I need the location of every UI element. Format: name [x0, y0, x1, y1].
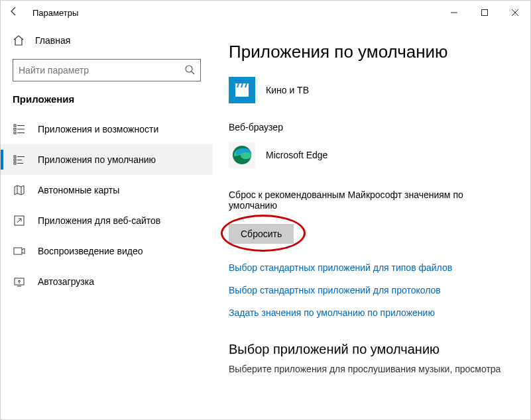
reset-heading: Сброс к рекомендованным Майкрософт значе…: [229, 189, 507, 211]
video-icon: [13, 245, 26, 257]
app-name: Кино и ТВ: [266, 85, 309, 95]
defaults-icon: [13, 154, 26, 166]
search-icon: [184, 64, 195, 77]
maximize-button[interactable]: [469, 1, 500, 25]
default-video-app[interactable]: Кино и ТВ: [229, 77, 514, 103]
sidebar-item-label: Приложения для веб-сайтов: [38, 215, 160, 226]
svg-rect-10: [14, 132, 16, 134]
home-nav[interactable]: Главная: [1, 28, 213, 52]
sidebar-item-label: Приложения и возможности: [38, 124, 158, 134]
svg-rect-8: [14, 129, 16, 131]
sidebar: Главная Приложения Приложения и возможно…: [1, 25, 213, 419]
svg-rect-12: [14, 156, 16, 158]
minimize-button[interactable]: [439, 1, 469, 25]
search-input[interactable]: [13, 59, 201, 81]
svg-line-5: [192, 72, 194, 74]
svg-rect-14: [14, 159, 16, 161]
sidebar-item-label: Автономные карты: [38, 185, 119, 195]
sidebar-item-label: Воспроизведение видео: [38, 246, 143, 256]
sidebar-item-offline-maps[interactable]: Автономные карты: [1, 175, 213, 205]
list-icon: [13, 123, 26, 135]
back-icon[interactable]: [9, 6, 22, 19]
sidebar-item-apps-features[interactable]: Приложения и возможности: [1, 114, 213, 144]
app-name: Microsoft Edge: [266, 150, 327, 160]
main-content: Приложения по умолчанию Кино и ТВ Веб-бр…: [213, 25, 530, 419]
section-title: Приложения: [1, 93, 213, 114]
sidebar-item-web-apps[interactable]: Приложения для веб-сайтов: [1, 205, 213, 236]
startup-icon: [13, 276, 26, 288]
svg-rect-22: [235, 87, 249, 97]
svg-rect-6: [14, 125, 16, 127]
search-field[interactable]: [19, 65, 184, 76]
home-icon: [13, 34, 25, 46]
svg-rect-1: [482, 10, 488, 16]
home-label: Главная: [35, 35, 70, 46]
sidebar-item-label: Приложения по умолчанию: [38, 154, 156, 165]
svg-rect-19: [14, 248, 22, 254]
titlebar: Параметры: [1, 1, 530, 25]
sidebar-item-label: Автозагрузка: [38, 276, 94, 287]
link-file-types[interactable]: Выбор стандартных приложений для типов ф…: [229, 262, 514, 273]
link-protocols[interactable]: Выбор стандартных приложений для протоко…: [229, 285, 514, 295]
sidebar-item-default-apps[interactable]: Приложения по умолчанию: [1, 144, 213, 175]
sub-text: Выберите приложения для прослушивания му…: [229, 364, 514, 374]
reset-button[interactable]: Сбросить: [229, 224, 294, 244]
close-button[interactable]: [500, 1, 530, 25]
browser-category-label: Веб-браузер: [229, 122, 514, 132]
svg-rect-16: [14, 162, 16, 164]
sub-heading: Выбор приложений по умолчанию: [229, 342, 514, 357]
edge-icon: [229, 142, 255, 168]
default-browser-app[interactable]: Microsoft Edge: [229, 142, 514, 168]
sidebar-item-video-playback[interactable]: Воспроизведение видео: [1, 236, 213, 266]
sidebar-item-startup[interactable]: Автозагрузка: [1, 266, 213, 297]
link-by-app[interactable]: Задать значения по умолчанию по приложен…: [229, 307, 514, 318]
movies-tv-icon: [229, 77, 255, 103]
window-title: Параметры: [32, 8, 78, 18]
map-icon: [13, 184, 26, 196]
page-title: Приложения по умолчанию: [229, 42, 514, 62]
open-icon: [13, 215, 26, 227]
svg-point-4: [186, 66, 192, 72]
